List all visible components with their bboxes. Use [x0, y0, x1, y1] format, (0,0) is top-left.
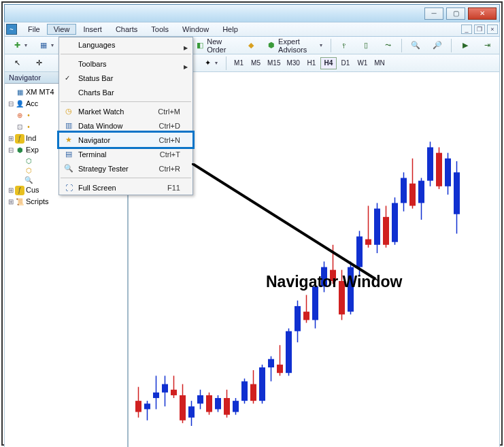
line-chart-button[interactable]: ⤳ — [378, 39, 397, 52]
indicators-icon: ƒ — [15, 134, 24, 144]
timeframe-m30[interactable]: M30 — [284, 57, 302, 69]
timeframe-h1[interactable]: H1 — [303, 57, 320, 69]
svg-rect-19 — [215, 398, 221, 409]
svg-rect-13 — [188, 406, 195, 417]
menu-tools[interactable]: Tools — [144, 24, 175, 35]
svg-rect-33 — [277, 365, 283, 373]
expert-advisors-button[interactable]: ⬢Expert Advisors — [263, 39, 326, 52]
menubar: ~ File View Insert Charts Tools Window H… — [4, 22, 500, 37]
tester-icon: 🔍 — [63, 163, 74, 174]
fullscreen-icon: ⛶ — [63, 182, 74, 193]
menu-item-charts-bar[interactable]: Charts Bar — [59, 85, 192, 99]
svg-rect-5 — [153, 393, 159, 398]
svg-rect-41 — [312, 286, 318, 320]
ea-icon: 🔍 — [24, 175, 33, 184]
accounts-icon: 👤 — [15, 99, 24, 109]
mdi-minimize-button[interactable]: _ — [461, 24, 472, 34]
bar-chart-button[interactable]: ⫯ — [335, 39, 354, 52]
window-titlebar: ─ ▢ ✕ — [4, 4, 500, 22]
menu-view[interactable]: View — [47, 24, 77, 35]
svg-rect-61 — [401, 178, 407, 203]
experts-icon: ⬢ — [15, 146, 24, 155]
menu-help[interactable]: Help — [216, 24, 245, 35]
view-menu-dropdown: Languages Toolbars ✓Status Bar Charts Ba… — [58, 37, 193, 195]
svg-rect-57 — [383, 217, 389, 245]
svg-rect-23 — [233, 401, 239, 412]
zoom-in-button[interactable]: 🔍 — [406, 39, 425, 52]
menu-item-languages[interactable]: Languages — [59, 37, 192, 52]
data-window-icon: ▥ — [63, 120, 74, 131]
svg-rect-65 — [418, 181, 424, 203]
window-maximize-button[interactable]: ▢ — [446, 7, 465, 20]
svg-rect-9 — [171, 390, 177, 395]
objects-select-button[interactable]: ✦ — [198, 56, 222, 70]
crosshair-button[interactable]: ✛ — [29, 56, 48, 70]
chart-shift-button[interactable]: ⇥ — [477, 39, 497, 52]
menu-item-terminal[interactable]: ▤TerminalCtrl+T — [59, 147, 192, 161]
menu-item-strategy-tester[interactable]: 🔍Strategy TesterCtrl+R — [59, 161, 192, 176]
timeframe-h4[interactable]: H4 — [320, 57, 337, 69]
svg-rect-71 — [445, 159, 451, 186]
window-close-button[interactable]: ✕ — [468, 7, 497, 20]
menu-window[interactable]: Window — [175, 24, 216, 35]
autoscroll-button[interactable]: ▶ — [456, 39, 475, 52]
menu-file[interactable]: File — [21, 24, 47, 35]
svg-rect-7 — [162, 384, 168, 393]
timeframe-w1[interactable]: W1 — [354, 57, 371, 69]
svg-rect-73 — [454, 172, 460, 214]
svg-rect-53 — [365, 239, 371, 245]
menu-item-toolbars[interactable]: Toolbars — [59, 56, 192, 71]
svg-rect-45 — [330, 270, 336, 281]
svg-rect-25 — [241, 381, 248, 401]
menu-item-full-screen[interactable]: ⛶Full ScreenF11 — [59, 180, 192, 195]
menu-item-status-bar[interactable]: ✓Status Bar — [59, 71, 192, 85]
svg-rect-29 — [259, 367, 265, 401]
timeframe-m15[interactable]: M15 — [265, 57, 283, 69]
new-order-button[interactable]: ◧New Order — [192, 39, 239, 52]
market-watch-icon: ◷ — [63, 106, 74, 117]
svg-rect-35 — [286, 331, 292, 373]
svg-rect-37 — [295, 306, 301, 331]
timeframe-m1[interactable]: M1 — [231, 57, 247, 69]
svg-rect-11 — [180, 395, 186, 420]
svg-rect-69 — [436, 153, 442, 186]
mdi-close-button[interactable]: × — [487, 24, 498, 34]
account-icon: • — [24, 111, 33, 120]
mt4-icon: ▦ — [15, 88, 24, 97]
autotrading-toggle[interactable]: ◆ — [241, 39, 261, 52]
svg-rect-47 — [339, 281, 345, 314]
svg-rect-3 — [144, 403, 150, 409]
svg-rect-1 — [135, 401, 141, 412]
svg-rect-51 — [356, 237, 363, 267]
menu-insert[interactable]: Insert — [76, 24, 109, 35]
new-chart-button[interactable]: ✚ — [7, 39, 31, 52]
navigator-icon: ★ — [63, 135, 74, 146]
app-icon: ~ — [6, 24, 17, 35]
timeframe-mn[interactable]: MN — [371, 57, 388, 69]
scripts-icon: 📜 — [15, 197, 24, 207]
svg-rect-43 — [321, 267, 327, 287]
mdi-restore-button[interactable]: ❐ — [474, 24, 485, 34]
window-minimize-button[interactable]: ─ — [424, 7, 443, 20]
svg-rect-31 — [268, 359, 274, 367]
svg-rect-15 — [197, 395, 203, 403]
svg-rect-49 — [348, 267, 354, 312]
custom-icon: ƒ — [15, 186, 24, 195]
timeframe-m5[interactable]: M5 — [248, 57, 264, 69]
svg-rect-27 — [250, 384, 256, 401]
timeframe-d1[interactable]: D1 — [337, 57, 354, 69]
cursor-button[interactable]: ↖ — [7, 56, 27, 70]
account-icon: • — [24, 122, 33, 132]
menu-charts[interactable]: Charts — [109, 24, 144, 35]
profiles-button[interactable]: ▦ — [34, 39, 58, 52]
svg-rect-63 — [409, 184, 416, 206]
candle-chart-button[interactable]: ▯ — [356, 39, 375, 52]
menu-item-market-watch[interactable]: ◷Market WatchCtrl+M — [59, 104, 192, 118]
svg-rect-59 — [392, 203, 398, 242]
menu-item-data-window[interactable]: ▥Data WindowCtrl+D — [59, 118, 192, 133]
svg-rect-39 — [303, 312, 309, 320]
menu-item-navigator[interactable]: ★NavigatorCtrl+N — [59, 133, 192, 147]
svg-rect-55 — [374, 209, 380, 245]
svg-rect-21 — [224, 398, 230, 415]
zoom-out-button[interactable]: 🔎 — [428, 39, 447, 52]
